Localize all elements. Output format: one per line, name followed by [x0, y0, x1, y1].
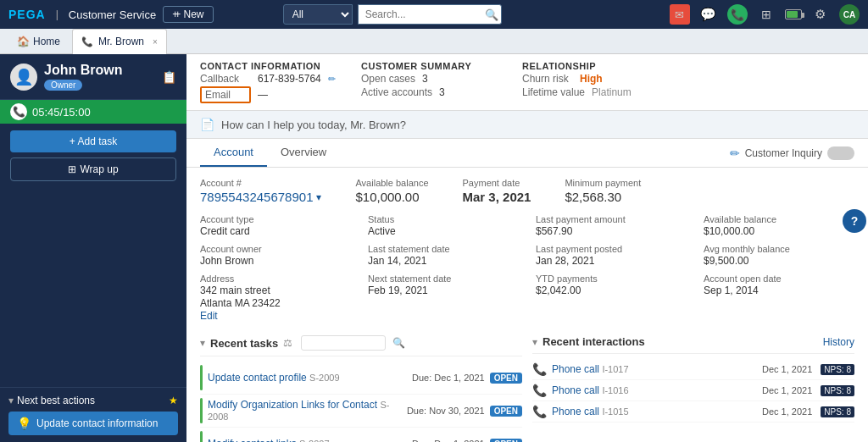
customer-info-bar: CONTACT INFORMATION Callback 617-839-576… [186, 54, 868, 111]
top-navigation: PEGA | Customer Service + + New All Case… [0, 0, 868, 29]
task-indicator [200, 398, 203, 423]
task-code: S-2007 [299, 439, 329, 442]
nps-badge: NPS: 8 [821, 385, 854, 396]
task-item: Modify Organization Links for Contact S-… [200, 395, 522, 428]
interaction-item: 📞 Phone call I-1015 Dec 1, 2021 NPS: 8 [532, 401, 854, 423]
customer-summary-section: CUSTOMER SUMMARY Open cases 3 Active acc… [361, 61, 497, 98]
nps-badge: NPS: 8 [821, 406, 854, 417]
payment-date-value: Mar 3, 2021 [463, 190, 531, 204]
edit-icon[interactable]: 📋 [162, 70, 176, 84]
nav-brand: Customer Service [69, 8, 156, 21]
sidebar: 👤 John Brown Owner 📋 📞 05:45/15:00 + Add… [0, 54, 186, 442]
interaction-content: Phone call I-1017 [552, 363, 757, 375]
customer-info: John Brown Owner [44, 63, 122, 91]
task-item: Update contact profile S-2009 Due: Dec 1… [200, 362, 522, 395]
edit-link[interactable]: Edit [200, 310, 351, 322]
task-due: Due: Dec 1, 2021 [412, 439, 485, 442]
settings-icon[interactable]: ⚙ [810, 4, 831, 25]
content-area: CONTACT INFORMATION Callback 617-839-576… [186, 54, 868, 442]
tasks-search-icon[interactable]: 🔍 [392, 337, 405, 349]
account-details-grid: Account type Credit card Status Active L… [200, 214, 854, 322]
nba-section: ▾ Next best actions ★ 💡 Update contact i… [0, 387, 186, 442]
tab-mr-brown[interactable]: 📞 Mr. Brown × [72, 29, 167, 54]
account-dropdown-chevron[interactable]: ▾ [316, 191, 321, 203]
wrap-up-button[interactable]: ⊞ Wrap up [10, 157, 176, 181]
tab-bar: 🏠 Home 📞 Mr. Brown × [0, 29, 868, 54]
customer-inquiry-toggle-switch[interactable] [827, 146, 854, 160]
recent-interactions-header: ▾ Recent interactions History [532, 330, 854, 354]
tab-account[interactable]: Account [200, 139, 267, 167]
search-icon: 🔍 [485, 8, 498, 21]
next-statement-date-field: Next statement date Feb 19, 2021 [368, 273, 519, 322]
minimum-payment-value: $2,568.30 [565, 190, 641, 204]
main-container: 👤 John Brown Owner 📋 📞 05:45/15:00 + Add… [0, 54, 868, 442]
callback-edit-icon[interactable]: ✏ [328, 74, 336, 85]
task-open-badge: OPEN [490, 439, 522, 443]
interaction-date: Dec 1, 2021 [762, 364, 812, 374]
call-timer: 📞 05:45/15:00 [0, 100, 186, 124]
email-icon[interactable]: ✉ [670, 4, 690, 25]
interaction-item: 📞 Phone call I-1017 Dec 1, 2021 NPS: 8 [532, 359, 854, 380]
search-container: All Cases Contacts 🔍 [283, 4, 537, 25]
task-link[interactable]: Modify contact links [208, 438, 297, 442]
new-button[interactable]: + + New [163, 6, 213, 23]
interaction-code: I-1016 [602, 385, 628, 395]
sidebar-buttons: + Add task ⊞ Wrap up [0, 124, 186, 188]
avatar[interactable]: CA [839, 4, 860, 25]
tab-home[interactable]: 🏠 Home [8, 29, 69, 54]
task-due: Due: Nov 30, 2021 [407, 406, 485, 416]
nba-title: ▾ Next best actions [8, 395, 95, 406]
tasks-search-input[interactable] [301, 335, 386, 351]
greeting-text: How can I help you today, Mr. Brown? [221, 119, 406, 131]
task-link[interactable]: Modify Organization Links for Contact [208, 399, 377, 411]
last-payment-amount-field: Last payment amount $567.90 [536, 214, 687, 237]
bottom-row: ▾ Recent tasks ⚖ 🔍 Update contact profil… [200, 330, 854, 442]
status-field: Status Active [368, 214, 519, 237]
home-icon: 🏠 [17, 36, 30, 47]
task-content: Modify Organization Links for Contact S-… [208, 399, 402, 423]
available-balance-field: Available balance $10,000.00 [355, 178, 428, 204]
greeting-bar: 📄 How can I help you today, Mr. Brown? [186, 111, 868, 139]
add-task-button[interactable]: + Add task [10, 130, 176, 152]
nba-chevron-icon[interactable]: ▾ [8, 395, 14, 406]
active-accounts-row: Active accounts 3 [361, 86, 497, 98]
edit-pencil-icon[interactable]: ✏ [730, 146, 740, 160]
phone-timer-icon: 📞 [10, 103, 27, 120]
interaction-phone-icon: 📞 [532, 362, 547, 376]
help-bubble[interactable]: ? [843, 209, 866, 233]
interaction-link[interactable]: Phone call [552, 384, 599, 396]
interactions-history-link[interactable]: History [823, 336, 854, 348]
task-link[interactable]: Update contact profile [208, 372, 307, 384]
interaction-link[interactable]: Phone call [552, 363, 599, 375]
customer-name: John Brown [44, 63, 122, 78]
interaction-content: Phone call I-1015 [552, 406, 757, 417]
tasks-filter-icon[interactable]: ⚖ [283, 337, 292, 349]
customer-header: 👤 John Brown Owner 📋 [0, 54, 186, 100]
account-header-row: Account # 7895543245678901 ▾ Available b… [200, 178, 854, 204]
interaction-link[interactable]: Phone call [552, 406, 599, 417]
search-filter[interactable]: All Cases Contacts [283, 4, 353, 25]
tab-close-icon[interactable]: × [153, 37, 158, 47]
payment-date-field: Payment date Mar 3, 2021 [463, 178, 531, 204]
search-input[interactable] [358, 4, 502, 25]
chat-icon[interactable]: 💬 [698, 4, 719, 25]
interaction-item: 📞 Phone call I-1016 Dec 1, 2021 NPS: 8 [532, 380, 854, 401]
lifetime-value-row: Lifetime value Platinum [522, 86, 658, 98]
recent-tasks-section: ▾ Recent tasks ⚖ 🔍 Update contact profil… [200, 330, 522, 442]
recent-tasks-header: ▾ Recent tasks ⚖ 🔍 [200, 330, 522, 356]
greeting-doc-icon: 📄 [200, 118, 214, 131]
tasks-chevron-icon: ▾ [200, 337, 205, 349]
customer-avatar: 👤 [10, 64, 37, 91]
account-open-date-field: Account open date Sep 1, 2014 [704, 273, 854, 322]
minimum-payment-field: Minimum payment $2,568.30 [565, 178, 641, 204]
account-type-field: Account type Credit card [200, 214, 351, 237]
account-number-value[interactable]: 7895543245678901 ▾ [200, 190, 321, 204]
nba-header: ▾ Next best actions ★ [8, 395, 178, 406]
recent-interactions-section: ▾ Recent interactions History 📞 Phone ca… [532, 330, 854, 442]
battery-icon [785, 9, 802, 19]
tab-overview[interactable]: Overview [267, 139, 340, 167]
nba-action-item[interactable]: 💡 Update contact information [8, 412, 178, 435]
app-grid-icon[interactable]: ⊞ [756, 4, 776, 25]
phone-icon[interactable]: 📞 [727, 4, 748, 25]
available-balance-value: $10,000.00 [355, 190, 428, 204]
